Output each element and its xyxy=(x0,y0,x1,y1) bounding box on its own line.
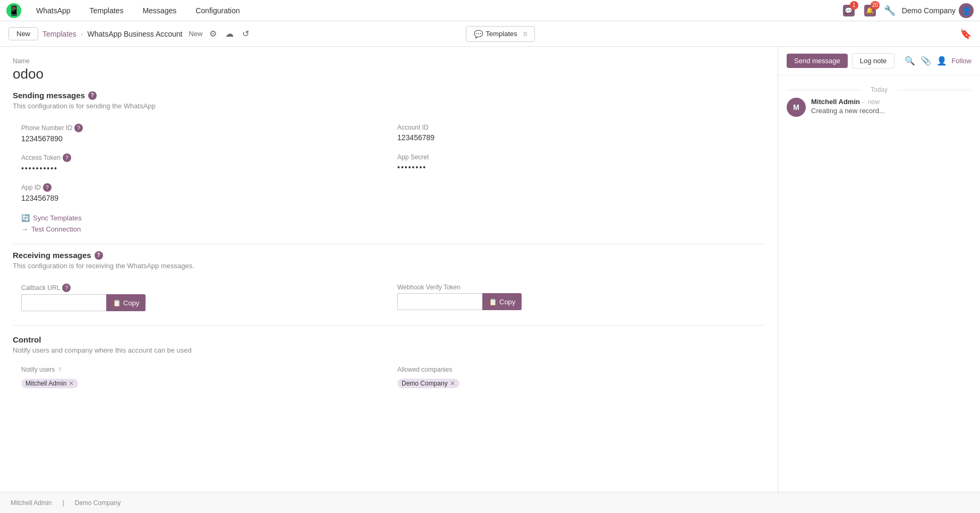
callback-url-input[interactable] xyxy=(21,294,106,311)
account-id-field: Account ID 123456789 xyxy=(389,118,765,148)
sending-messages-title: Sending messages ? xyxy=(13,91,765,100)
chatter-date-divider: Today xyxy=(787,86,972,93)
bookmark-icon[interactable]: 🔖 xyxy=(960,28,972,40)
phone-number-id-field: Phone Number ID ? 1234567890 xyxy=(13,118,389,148)
chatter-message-content: Mitchell Admin - now Creating a new reco… xyxy=(811,98,972,117)
refresh-icon[interactable]: ↺ xyxy=(240,28,251,40)
user-avatar: 👤 xyxy=(959,3,974,18)
callback-copy-button[interactable]: 📋 Copy xyxy=(106,294,146,311)
settings-icon[interactable]: ⚙ xyxy=(207,28,219,40)
receiving-help-icon[interactable]: ? xyxy=(95,251,103,260)
nav-whatsapp[interactable]: WhatsApp xyxy=(32,4,75,17)
webhook-copy-button[interactable]: 📋 Copy xyxy=(482,293,522,310)
sending-fields-grid: Phone Number ID ? 1234567890 Account ID … xyxy=(13,118,765,208)
access-token-field: Access Token ? •••••••••• xyxy=(13,148,389,178)
footer-separator: | xyxy=(62,499,64,507)
send-message-button[interactable]: Send message xyxy=(787,54,848,68)
chatter-message-time: now xyxy=(868,98,880,106)
nav-templates[interactable]: Templates xyxy=(86,4,128,17)
action-links: 🔄 Sync Templates → Test Connection xyxy=(21,214,765,233)
copy-icon-2: 📋 xyxy=(489,298,497,306)
webhook-token-label: Webhook Verify Token xyxy=(397,284,756,291)
phone-help-icon[interactable]: ? xyxy=(74,124,83,132)
chatter-actions: Send message Log note 🔍 📎 👤 Follow xyxy=(778,47,980,75)
allowed-companies-label: Allowed companies xyxy=(397,366,756,373)
allowed-company-remove[interactable]: ✕ xyxy=(450,380,455,387)
company-selector[interactable]: Demo Company 👤 xyxy=(902,3,974,18)
chatter-separator: - xyxy=(862,98,866,106)
footer-user: Mitchell Admin xyxy=(11,499,52,507)
copy-icon-1: 📋 xyxy=(113,299,121,307)
callback-grid: Callback URL ? 📋 Copy Webhook Verify Tok… xyxy=(13,278,765,317)
breadcrumb-center-area: 💬 Templates 0 xyxy=(466,26,535,42)
log-note-button[interactable]: Log note xyxy=(852,53,895,69)
follow-button[interactable]: Follow xyxy=(951,57,972,65)
notify-users-label: Notify users ? xyxy=(21,366,380,373)
account-id-value: 123456789 xyxy=(397,133,756,142)
breadcrumb-bar: New Templates › WhatsApp Business Accoun… xyxy=(0,21,980,47)
divider-2 xyxy=(13,325,765,326)
notify-user-remove[interactable]: ✕ xyxy=(69,380,74,387)
app-secret-field: App Secret •••••••• xyxy=(389,148,765,178)
chatter-panel: Send message Log note 🔍 📎 👤 Follow Today… xyxy=(778,47,980,513)
app-secret-value: •••••••• xyxy=(397,163,756,172)
new-button[interactable]: New xyxy=(8,27,38,40)
top-navigation: 📱 WhatsApp Templates Messages Configurat… xyxy=(0,0,980,21)
wrench-icon[interactable]: 🔧 xyxy=(884,5,896,16)
breadcrumb-sub-label: New xyxy=(189,30,203,38)
nav-configuration[interactable]: Configuration xyxy=(191,4,244,17)
allowed-company-tag: Demo Company ✕ xyxy=(397,379,459,388)
sending-help-icon[interactable]: ? xyxy=(88,91,97,100)
receiving-messages-desc: This configuration is for receiving the … xyxy=(13,262,765,270)
app-id-value: 123456789 xyxy=(21,194,380,202)
cloud-save-icon[interactable]: ☁ xyxy=(223,28,236,40)
chatter-search-icon[interactable]: 🔍 xyxy=(905,56,915,66)
callback-help-icon[interactable]: ? xyxy=(62,284,71,292)
divider-1 xyxy=(13,244,765,244)
sync-templates-link[interactable]: 🔄 Sync Templates xyxy=(21,214,765,222)
breadcrumb-separator: › xyxy=(81,30,83,38)
name-value: odoo xyxy=(13,66,765,82)
chatter-avatar: M xyxy=(787,98,806,117)
chatter-activity-icon[interactable]: 👤 xyxy=(936,56,947,66)
breadcrumb-back[interactable]: Templates xyxy=(42,30,76,38)
templates-button[interactable]: 💬 Templates 0 xyxy=(466,26,535,42)
form-area: Name odoo Sending messages ? This config… xyxy=(0,47,778,513)
chatter-message: M Mitchell Admin - now Creating a new re… xyxy=(787,98,972,117)
sync-icon: 🔄 xyxy=(21,214,30,222)
app-logo: 📱 xyxy=(6,3,21,18)
callback-url-label: Callback URL ? xyxy=(21,284,380,292)
appid-help-icon[interactable]: ? xyxy=(43,183,52,192)
phone-number-id-label: Phone Number ID ? xyxy=(21,124,380,132)
control-section: Control Notify users and company where t… xyxy=(13,330,765,394)
whatsapp-small-icon: 💬 xyxy=(474,30,483,38)
sending-messages-desc: This configuration is for sending the Wh… xyxy=(13,102,765,110)
callback-url-field: Callback URL ? 📋 Copy xyxy=(13,278,389,317)
footer-company: Demo Company xyxy=(75,499,121,507)
app-id-field: App ID ? 123456789 xyxy=(13,178,389,208)
notification-badge-1[interactable]: 💬 1 xyxy=(841,3,856,18)
name-label: Name xyxy=(13,57,765,65)
account-id-label: Account ID xyxy=(397,124,756,131)
footer: Mitchell Admin | Demo Company xyxy=(0,492,980,513)
allowed-companies-field: Allowed companies Demo Company ✕ xyxy=(389,361,765,394)
chatter-message-text: Creating a new record... xyxy=(811,107,972,115)
notify-user-tag: Mitchell Admin ✕ xyxy=(21,379,78,388)
webhook-token-input-row: 📋 Copy xyxy=(397,293,756,310)
test-connection-link[interactable]: → Test Connection xyxy=(21,225,765,233)
chatter-tools: 🔍 📎 👤 xyxy=(905,56,947,66)
phone-number-id-value: 1234567890 xyxy=(21,134,380,143)
chatter-attachment-icon[interactable]: 📎 xyxy=(921,56,931,66)
token-help-icon[interactable]: ? xyxy=(63,153,71,162)
nav-messages[interactable]: Messages xyxy=(138,4,181,17)
control-grid: Notify users ? Mitchell Admin ✕ Allowed … xyxy=(13,361,765,394)
webhook-token-input[interactable] xyxy=(397,293,482,310)
access-token-label: Access Token ? xyxy=(21,153,380,162)
notification-badge-2[interactable]: 🔔 20 xyxy=(863,3,877,18)
name-field: Name odoo xyxy=(13,57,765,82)
control-desc: Notify users and company where this acco… xyxy=(13,346,765,354)
callback-url-input-row: 📋 Copy xyxy=(21,294,380,311)
breadcrumb-current: WhatsApp Business Account xyxy=(88,30,183,38)
access-token-value: •••••••••• xyxy=(21,164,380,173)
webhook-token-field: Webhook Verify Token 📋 Copy xyxy=(389,278,765,317)
